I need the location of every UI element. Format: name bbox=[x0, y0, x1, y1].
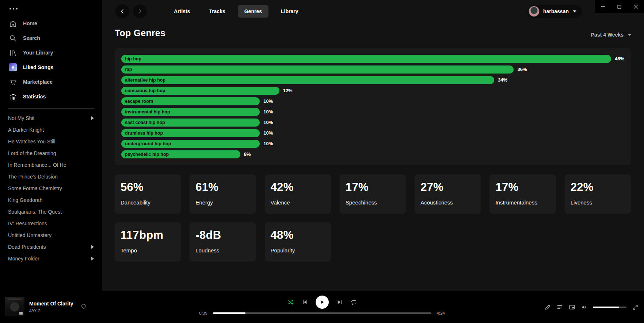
genre-bar[interactable]: underground hip hop bbox=[121, 140, 260, 148]
genre-bar-label: hip hop bbox=[121, 56, 141, 61]
stat-label: Loudness bbox=[195, 247, 251, 253]
now-playing-title[interactable]: Moment Of Clarity bbox=[29, 301, 73, 307]
sidebar-playlist[interactable]: Untitled Unmastery bbox=[0, 229, 102, 241]
tab-genres[interactable]: Genres bbox=[238, 5, 268, 18]
lyrics-button[interactable] bbox=[545, 304, 551, 310]
close-button[interactable] bbox=[628, 0, 644, 13]
sidebar-item-your-library[interactable]: Your Library bbox=[0, 45, 102, 60]
volume-slider[interactable] bbox=[593, 307, 626, 308]
playlist-label: A Darker Knight bbox=[8, 127, 44, 133]
genre-bar[interactable]: drumless hip hop bbox=[121, 129, 260, 137]
playlist-label: Untitled Unmastery bbox=[8, 232, 52, 238]
sidebar-playlist[interactable]: In Remembrance... Of He bbox=[0, 159, 102, 171]
shuffle-button[interactable] bbox=[287, 299, 294, 305]
sidebar-playlist[interactable]: Some Forma Chemistry bbox=[0, 183, 102, 194]
next-icon bbox=[337, 299, 343, 305]
play-button[interactable] bbox=[316, 296, 329, 309]
next-button[interactable] bbox=[337, 299, 343, 305]
like-button[interactable] bbox=[81, 304, 87, 309]
tab-tracks[interactable]: Tracks bbox=[202, 5, 232, 18]
sidebar-item-label: Search bbox=[23, 35, 40, 41]
sidebar-item-search[interactable]: Search bbox=[0, 31, 102, 45]
volume-button[interactable] bbox=[581, 304, 587, 310]
genre-bar-value: 34% bbox=[498, 77, 507, 83]
avatar bbox=[529, 6, 540, 17]
forward-button[interactable] bbox=[133, 4, 147, 18]
back-button[interactable] bbox=[115, 4, 129, 18]
sidebar-item-home[interactable]: Home bbox=[0, 16, 102, 31]
sidebar: Home Search Your Library Liked Songs Mar… bbox=[0, 0, 102, 291]
elapsed-time: 0:39 bbox=[198, 311, 209, 315]
fullscreen-button[interactable] bbox=[632, 304, 638, 310]
sidebar-item-marketplace[interactable]: Marketplace bbox=[0, 75, 102, 89]
page-title: Top Genres bbox=[115, 28, 165, 38]
genre-bar[interactable]: instrumental hip hop bbox=[121, 108, 260, 116]
genre-bar[interactable]: escape room bbox=[121, 97, 260, 105]
play-icon bbox=[320, 300, 325, 305]
stat-label: Valence bbox=[271, 199, 327, 206]
now-playing-artist[interactable]: JAY-Z bbox=[29, 308, 73, 313]
sidebar-playlist[interactable]: The Prince's Delusion bbox=[0, 171, 102, 183]
app-menu-button[interactable] bbox=[0, 0, 102, 16]
stat-value: 117bpm bbox=[121, 229, 176, 242]
sidebar-playlist[interactable]: He Watches You Still bbox=[0, 136, 102, 147]
time-range-dropdown[interactable]: Past 4 Weeks bbox=[591, 32, 632, 38]
miniplayer-button[interactable] bbox=[569, 304, 575, 311]
miniplayer-icon bbox=[569, 304, 575, 311]
genre-bar[interactable]: east coast hip hop bbox=[121, 119, 260, 127]
stat-value: 17% bbox=[495, 181, 551, 194]
genre-bar[interactable]: psychedelic hip hop bbox=[121, 150, 240, 158]
sidebar-folder-not-my-shit[interactable]: Not My Shit bbox=[0, 112, 102, 124]
sidebar-item-statistics[interactable]: Statistics bbox=[0, 89, 102, 104]
genre-bar[interactable]: conscious hip hop bbox=[121, 87, 279, 95]
maximize-button[interactable] bbox=[611, 0, 628, 13]
sidebar-item-label: Statistics bbox=[23, 94, 46, 99]
minimize-button[interactable] bbox=[595, 0, 611, 13]
sidebar-item-liked-songs[interactable]: Liked Songs bbox=[0, 60, 102, 75]
genre-bar-label: psychedelic hip hop bbox=[121, 152, 169, 157]
genre-bar-label: rap bbox=[121, 67, 132, 72]
repeat-button[interactable] bbox=[351, 299, 357, 305]
playlist-label: Some Forma Chemistry bbox=[8, 185, 62, 191]
playlist-label: Soulqarians, The Quest bbox=[8, 209, 62, 215]
user-menu[interactable]: harbassan bbox=[527, 5, 582, 18]
playlist-label: Dead Presidents bbox=[8, 244, 46, 250]
queue-button[interactable] bbox=[557, 304, 563, 310]
speaker-icon bbox=[581, 304, 587, 310]
genre-bar-value: 10% bbox=[263, 130, 273, 136]
progress-fill bbox=[213, 312, 246, 314]
queue-icon bbox=[557, 304, 563, 310]
stat-label: Energy bbox=[195, 199, 251, 206]
genre-bar[interactable]: alternative hip hop bbox=[121, 76, 494, 84]
volume-fill bbox=[593, 307, 619, 308]
tab-artists[interactable]: Artists bbox=[167, 5, 197, 18]
chevron-right-icon bbox=[91, 116, 94, 120]
album-art[interactable] bbox=[5, 297, 24, 316]
sidebar-playlist[interactable]: A Darker Knight bbox=[0, 124, 102, 136]
genre-row: instrumental hip hop 10% bbox=[121, 106, 624, 117]
stat-label: Liveness bbox=[571, 199, 626, 206]
sidebar-playlist[interactable]: Soulqarians, The Quest bbox=[0, 206, 102, 218]
genre-row: underground hip hop 10% bbox=[121, 138, 624, 149]
genre-bar-value: 10% bbox=[263, 120, 273, 125]
playlist-label: The Prince's Delusion bbox=[8, 174, 58, 180]
genre-bar[interactable]: hip hop bbox=[121, 55, 611, 63]
progress-bar[interactable] bbox=[213, 312, 431, 314]
sidebar-playlist[interactable]: IV: Resurrections bbox=[0, 218, 102, 229]
caret-down-icon bbox=[628, 33, 632, 36]
tab-library[interactable]: Library bbox=[274, 5, 305, 18]
genre-bar-value: 10% bbox=[263, 98, 273, 104]
stat-card-liveness: 22% Liveness bbox=[565, 174, 631, 214]
stat-card-instrumentalness: 17% Instrumentalness bbox=[489, 174, 556, 214]
genre-bar-label: drumless hip hop bbox=[121, 131, 163, 136]
sidebar-playlist[interactable]: Lord of the Dreaming bbox=[0, 147, 102, 159]
previous-button[interactable] bbox=[302, 299, 308, 305]
sidebar-playlist[interactable]: King Geedorah bbox=[0, 194, 102, 206]
shuffle-icon bbox=[287, 299, 294, 305]
main-content: Artists Tracks Genres Library harbassan … bbox=[102, 0, 644, 291]
stat-value: -8dB bbox=[195, 229, 251, 242]
genre-bar[interactable]: rap bbox=[121, 65, 514, 74]
sidebar-folder-dead-presidents[interactable]: Dead Presidents bbox=[0, 241, 102, 253]
caret-down-icon bbox=[572, 10, 577, 13]
sidebar-folder-money-folder[interactable]: Money Folder bbox=[0, 253, 102, 264]
